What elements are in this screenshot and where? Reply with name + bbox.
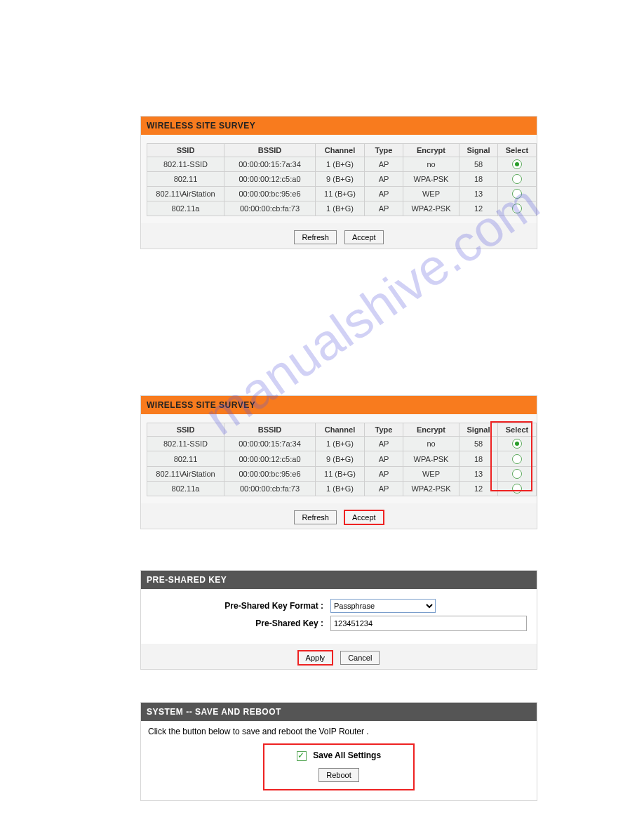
- cell-encrypt: WPA2-PSK: [403, 481, 459, 496]
- cell-encrypt: WEP: [403, 466, 459, 481]
- system-save-reboot-panel: SYSTEM -- SAVE AND REBOOT Click the butt…: [140, 702, 537, 801]
- table-row: 802.11-SSID 00:00:00:15:7a:34 1 (B+G) AP…: [147, 157, 537, 172]
- cell-ssid: 802.11\AirStation: [147, 187, 224, 201]
- cell-ssid: 802.11-SSID: [147, 157, 224, 172]
- cell-signal: 58: [459, 157, 498, 172]
- cell-type: AP: [365, 157, 403, 172]
- cell-bssid: 00:00:00:cb:fa:73: [224, 481, 316, 496]
- cancel-button[interactable]: Cancel: [340, 651, 380, 665]
- system-instruction: Click the button below to save and reboo…: [148, 727, 530, 736]
- cell-select: [498, 437, 537, 451]
- cell-type: AP: [365, 451, 403, 466]
- col-ssid: SSID: [147, 423, 224, 437]
- wireless-survey-panel-2: WIRELESS SITE SURVEY SSID BSSID Channel …: [140, 395, 537, 529]
- cell-channel: 1 (B+G): [316, 481, 365, 496]
- cell-channel: 1 (B+G): [316, 201, 365, 216]
- col-ssid: SSID: [147, 144, 224, 157]
- table-row: 802.11\AirStation 00:00:00:bc:95:e6 11 (…: [147, 466, 537, 481]
- cell-ssid: 802.11-SSID: [147, 437, 224, 451]
- cell-encrypt: WPA-PSK: [403, 172, 459, 187]
- table-row: 802.11-SSID 00:00:00:15:7a:34 1 (B+G) AP…: [147, 437, 537, 451]
- cell-ssid: 802.11: [147, 451, 224, 466]
- col-encrypt: Encrypt: [403, 423, 459, 437]
- select-radio[interactable]: [512, 469, 522, 479]
- cell-type: AP: [365, 172, 403, 187]
- cell-bssid: 00:00:00:15:7a:34: [224, 437, 316, 451]
- system-title: SYSTEM -- SAVE AND REBOOT: [141, 703, 537, 721]
- col-signal: Signal: [459, 423, 498, 437]
- cell-type: AP: [365, 466, 403, 481]
- cell-select: [498, 172, 537, 187]
- survey-title: WIRELESS SITE SURVEY: [141, 117, 537, 135]
- table-row: 802.11 00:00:00:12:c5:a0 9 (B+G) AP WPA-…: [147, 451, 537, 466]
- select-radio[interactable]: [512, 484, 522, 494]
- cell-encrypt: WEP: [403, 187, 459, 201]
- refresh-button[interactable]: Refresh: [294, 230, 337, 244]
- cell-type: AP: [365, 481, 403, 496]
- col-bssid: BSSID: [224, 144, 316, 157]
- select-radio[interactable]: [512, 204, 522, 213]
- psk-format-select[interactable]: Passphrase: [330, 599, 436, 613]
- cell-signal: 18: [459, 451, 498, 466]
- cell-type: AP: [365, 437, 403, 451]
- accept-button[interactable]: Accept: [344, 230, 384, 244]
- cell-channel: 9 (B+G): [316, 451, 365, 466]
- cell-signal: 13: [459, 466, 498, 481]
- cell-bssid: 00:00:00:12:c5:a0: [224, 172, 316, 187]
- cell-encrypt: no: [403, 157, 459, 172]
- col-select: Select: [498, 423, 537, 437]
- pre-shared-key-panel: PRE-SHARED KEY Pre-Shared Key Format : P…: [140, 570, 537, 670]
- psk-key-input[interactable]: [330, 616, 527, 631]
- cell-bssid: 00:00:00:bc:95:e6: [224, 466, 316, 481]
- cell-select: [498, 157, 537, 172]
- wireless-survey-panel-1: WIRELESS SITE SURVEY SSID BSSID Channel …: [140, 116, 537, 249]
- psk-key-label: Pre-Shared Key :: [183, 618, 330, 628]
- col-type: Type: [365, 423, 403, 437]
- cell-select: [498, 187, 537, 201]
- col-channel: Channel: [316, 144, 365, 157]
- select-radio[interactable]: [512, 174, 522, 184]
- cell-encrypt: WPA2-PSK: [403, 201, 459, 216]
- select-radio[interactable]: [512, 189, 522, 199]
- col-encrypt: Encrypt: [403, 144, 459, 157]
- cell-ssid: 802.11\AirStation: [147, 466, 224, 481]
- apply-button[interactable]: Apply: [298, 651, 333, 665]
- cell-signal: 58: [459, 437, 498, 451]
- select-radio[interactable]: [512, 454, 522, 464]
- table-row: 802.11a 00:00:00:cb:fa:73 1 (B+G) AP WPA…: [147, 481, 537, 496]
- cell-channel: 11 (B+G): [316, 466, 365, 481]
- table-header-row: SSID BSSID Channel Type Encrypt Signal S…: [147, 423, 537, 437]
- select-radio[interactable]: [512, 439, 522, 449]
- col-signal: Signal: [459, 144, 498, 157]
- psk-buttons: Apply Cancel: [141, 644, 537, 669]
- col-select: Select: [498, 144, 537, 157]
- cell-select: [498, 451, 537, 466]
- reboot-button[interactable]: Reboot: [318, 768, 358, 782]
- save-reboot-highlight: Save All Settings Reboot: [263, 743, 415, 790]
- table-header-row: SSID BSSID Channel Type Encrypt Signal S…: [147, 144, 537, 157]
- cell-signal: 12: [459, 201, 498, 216]
- cell-select: [498, 201, 537, 216]
- accept-button[interactable]: Accept: [344, 510, 384, 524]
- col-bssid: BSSID: [224, 423, 316, 437]
- save-all-checkbox[interactable]: [297, 751, 307, 761]
- cell-channel: 9 (B+G): [316, 172, 365, 187]
- cell-bssid: 00:00:00:cb:fa:73: [224, 201, 316, 216]
- survey-title: WIRELESS SITE SURVEY: [141, 396, 537, 414]
- cell-channel: 1 (B+G): [316, 157, 365, 172]
- cell-encrypt: no: [403, 437, 459, 451]
- cell-channel: 1 (B+G): [316, 437, 365, 451]
- cell-signal: 13: [459, 187, 498, 201]
- cell-ssid: 802.11a: [147, 201, 224, 216]
- psk-title: PRE-SHARED KEY: [141, 571, 537, 589]
- cell-bssid: 00:00:00:12:c5:a0: [224, 451, 316, 466]
- psk-format-label: Pre-Shared Key Format :: [183, 601, 330, 611]
- table-row: 802.11 00:00:00:12:c5:a0 9 (B+G) AP WPA-…: [147, 172, 537, 187]
- select-radio[interactable]: [512, 159, 522, 169]
- refresh-button[interactable]: Refresh: [294, 510, 337, 524]
- table-row: 802.11a 00:00:00:cb:fa:73 1 (B+G) AP WPA…: [147, 201, 537, 216]
- cell-type: AP: [365, 187, 403, 201]
- cell-encrypt: WPA-PSK: [403, 451, 459, 466]
- cell-select: [498, 466, 537, 481]
- survey-table-2: SSID BSSID Channel Type Encrypt Signal S…: [147, 423, 537, 496]
